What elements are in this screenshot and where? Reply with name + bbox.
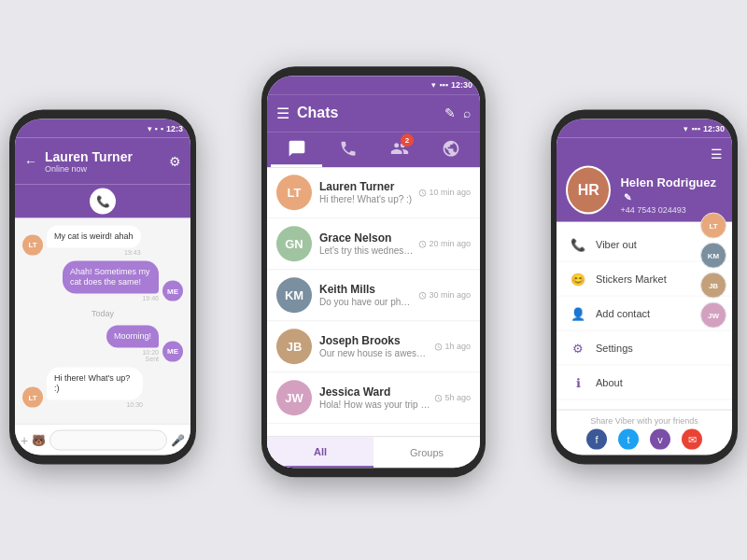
about-icon: ℹ: [570, 374, 586, 391]
avatar-1: GN: [276, 226, 312, 261]
share-text: Share Viber with your friends: [590, 416, 698, 426]
search-icon[interactable]: ⌕: [463, 105, 471, 120]
chat-item-2[interactable]: KM Keith Mills Do you have our photos fr…: [267, 270, 480, 321]
chat-info-3: Joseph Brooks Our new house is awesome! …: [319, 334, 430, 358]
msg-avatar-4: LT: [22, 387, 43, 408]
plus-icon[interactable]: +: [21, 432, 28, 447]
msg-avatar-2: ME: [162, 281, 183, 301]
menu-item-settings[interactable]: ⚙ Settings: [557, 331, 732, 366]
chat-info-1: Grace Nelson Let's try this wednesday...…: [319, 231, 415, 256]
chat-time-2: 30 min ago: [418, 290, 471, 300]
peek-avatar-3: JW: [700, 302, 726, 329]
chats-title: Chats: [297, 105, 444, 121]
chat-msg-0: Hi there! What's up? :): [319, 194, 415, 204]
input-bar: + 🐻 🎤: [15, 424, 190, 455]
chat-header-info: Lauren Turner Online now: [45, 149, 162, 174]
time-center: 12:30: [451, 80, 472, 90]
message-3: Moorning! 10:20 Sent ME: [106, 326, 183, 362]
msg-sent-label: Sent: [106, 355, 159, 361]
message-input[interactable]: [49, 429, 167, 450]
chat-contact-name: Lauren Turner: [45, 149, 162, 164]
chat-time-3: 1h ago: [434, 342, 471, 351]
scene: ▾▪▪ 12:3 ← Lauren Turner Online now ⚙: [0, 0, 747, 560]
avatar-4: JW: [276, 380, 312, 415]
date-divider: Today: [22, 309, 183, 318]
avatar-3: JB: [276, 329, 312, 364]
avatar-0: LT: [276, 175, 312, 210]
msg-avatar-1: LT: [22, 234, 43, 255]
about-label: About: [596, 377, 623, 388]
share-icons: f t v ✉: [586, 429, 702, 450]
tab-contacts[interactable]: 2: [374, 132, 425, 167]
settings-icon[interactable]: ⚙: [169, 154, 181, 169]
edit-icon[interactable]: ✎: [444, 105, 456, 120]
chat-item-3[interactable]: JB Joseph Brooks Our new house is awesom…: [267, 321, 480, 372]
back-icon[interactable]: ←: [24, 154, 37, 169]
msg-bubble-2: Ahah! Sometimes my cat does the same!: [63, 260, 159, 293]
message-1: LT My cat is weird! ahah 19:43: [22, 226, 141, 256]
nav-tabs: 2: [267, 132, 480, 167]
chat-info-0: Lauren Turner Hi there! What's up? :): [319, 180, 415, 204]
app-header: ☰ Chats ✎ ⌕: [267, 94, 480, 132]
facebook-share-icon[interactable]: f: [586, 429, 607, 450]
call-button[interactable]: 📞: [90, 189, 116, 215]
email-share-icon[interactable]: ✉: [682, 429, 702, 450]
peek-avatar-2: JB: [700, 273, 726, 299]
chat-item-1[interactable]: GN Grace Nelson Let's try this wednesday…: [267, 218, 480, 270]
avatar-2: KM: [276, 277, 312, 313]
emoji-icon[interactable]: 🐻: [32, 433, 46, 446]
tab-world[interactable]: [425, 132, 476, 167]
status-bar-center: ▾▪▪▪ 12:30: [267, 76, 480, 94]
status-bar-left: ▾▪▪ 12:3: [15, 119, 190, 138]
chat-info-4: Jessica Ward Hola! How was your trip to …: [319, 385, 430, 410]
time-right: 12:30: [703, 124, 725, 133]
profile-name: Helen Rodriguez ✎: [620, 175, 723, 203]
tab-groups[interactable]: Groups: [374, 437, 480, 468]
chat-msg-1: Let's try this wednesday... Is that alri…: [319, 245, 415, 256]
right-menu-icon[interactable]: ☰: [711, 146, 723, 162]
chat-time-0: 10 min ago: [418, 188, 471, 197]
msg-bubble-1: My cat is weird! ahah: [47, 226, 141, 248]
mic-icon[interactable]: 🎤: [171, 433, 185, 446]
chat-item-0[interactable]: LT Lauren Turner Hi there! What's up? :)…: [267, 167, 480, 218]
tab-chat[interactable]: [271, 132, 322, 167]
share-bar: Share Viber with your friends f t v ✉: [557, 410, 732, 455]
profile-edit-icon[interactable]: ✎: [624, 192, 631, 203]
profile-avatar: HR: [566, 166, 611, 215]
viber-share-icon[interactable]: v: [650, 429, 670, 450]
msg-time-3: 10:20: [106, 348, 159, 355]
bottom-tabs: All Groups: [267, 436, 480, 468]
profile-header: ☰ HR Helen Rodriguez ✎ +44 7543 024493: [557, 138, 732, 222]
tab-phone[interactable]: [322, 132, 374, 167]
chat-name-2: Keith Mills: [319, 283, 415, 296]
message-4: LT Hi there! What's up? :) 10:30: [22, 367, 143, 407]
menu-item-about[interactable]: ℹ About: [557, 366, 732, 400]
msg-time-4: 10:30: [47, 401, 143, 408]
stickers-label: Stickers Market: [596, 273, 667, 285]
status-icons-right: ▾▪▪▪: [684, 124, 700, 133]
settings-menu-icon: ⚙: [570, 340, 586, 357]
chat-contact-status: Online now: [45, 164, 162, 174]
peek-avatar-1: KM: [700, 243, 726, 269]
message-2: Ahah! Sometimes my cat does the same! 19…: [63, 260, 183, 301]
add-contact-label: Add contact: [596, 308, 650, 319]
chat-msg-4: Hola! How was your trip to Dominican Rep…: [319, 399, 430, 410]
msg-time-1: 19:43: [47, 248, 141, 255]
profile-info: Helen Rodriguez ✎ +44 7543 024493: [620, 175, 723, 215]
chat-msg-2: Do you have our photos from the nye?: [319, 297, 415, 307]
viber-out-icon: 📞: [570, 236, 586, 253]
twitter-share-icon[interactable]: t: [618, 429, 639, 450]
chat-item-4[interactable]: JW Jessica Ward Hola! How was your trip …: [267, 372, 480, 424]
status-icons-center: ▾▪▪▪: [431, 80, 448, 90]
contacts-badge: 2: [401, 133, 414, 147]
chat-name-3: Joseph Brooks: [319, 334, 430, 347]
chat-header: ← Lauren Turner Online now ⚙: [15, 138, 190, 185]
tab-all[interactable]: All: [267, 437, 374, 468]
menu-icon[interactable]: ☰: [276, 105, 289, 122]
chat-name-0: Lauren Turner: [319, 180, 415, 193]
chat-list: LT Lauren Turner Hi there! What's up? :)…: [267, 167, 480, 424]
right-phone: ▾▪▪▪ 12:30 ☰ HR Helen Rodriguez: [551, 110, 738, 465]
stickers-icon: 😊: [570, 271, 586, 287]
chat-name-1: Grace Nelson: [319, 231, 415, 245]
chat-time-1: 20 min ago: [418, 239, 471, 248]
